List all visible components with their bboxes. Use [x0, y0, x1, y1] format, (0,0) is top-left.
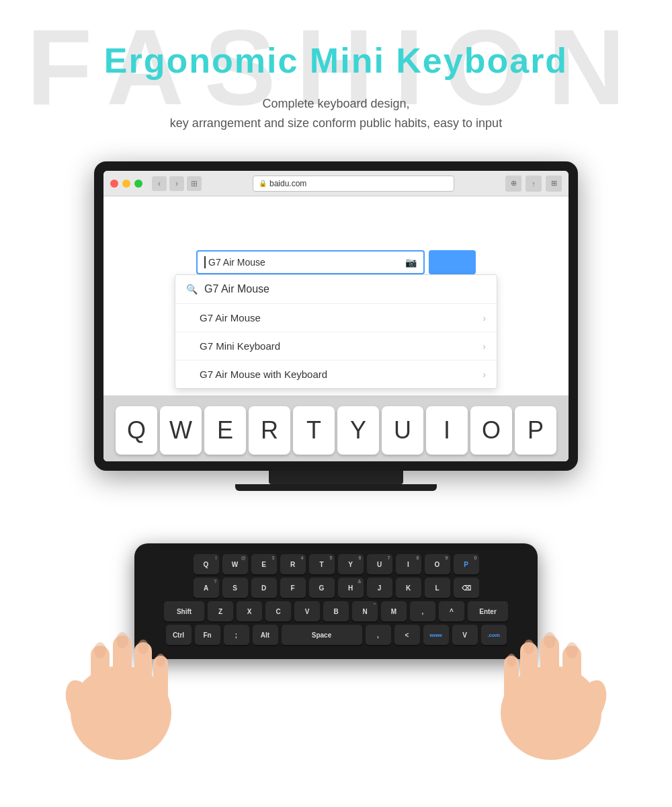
- key-p[interactable]: P0: [454, 554, 479, 574]
- browser-action-2[interactable]: ↑: [526, 176, 542, 192]
- key-backspace[interactable]: ⌫: [454, 578, 479, 598]
- key-k[interactable]: K: [396, 578, 421, 598]
- text-cursor: [204, 256, 206, 268]
- qwerty-q: Q: [116, 406, 157, 455]
- qwerty-u: U: [382, 406, 423, 455]
- back-button[interactable]: ‹: [152, 176, 167, 191]
- address-bar-container: 🔒 baidu.com: [206, 176, 501, 192]
- search-input-text: G7 Air Mouse: [208, 257, 265, 268]
- key-g[interactable]: G: [309, 578, 335, 598]
- traffic-light-green: [134, 180, 142, 188]
- key-u[interactable]: U7: [367, 554, 392, 574]
- subtitle-line1: Complete keyboard design,: [262, 97, 409, 110]
- svg-point-18: [523, 640, 534, 654]
- svg-point-17: [544, 632, 556, 648]
- svg-point-16: [566, 642, 578, 658]
- key-n[interactable]: N": [352, 601, 378, 621]
- key-j[interactable]: J: [367, 578, 392, 598]
- autocomplete-item-label-3: G7 Air Mouse with Keyboard: [200, 369, 327, 380]
- key-v2[interactable]: V: [452, 625, 478, 645]
- key-i[interactable]: I8: [396, 554, 421, 574]
- key-m[interactable]: M: [381, 601, 407, 621]
- svg-point-19: [507, 654, 516, 667]
- key-d[interactable]: D: [251, 578, 277, 598]
- key-o[interactable]: O9: [425, 554, 450, 574]
- key-space[interactable]: Space: [282, 625, 362, 645]
- browser-action-1[interactable]: ⊕: [505, 176, 521, 192]
- browser-content: G7 Air Mouse 📷 🔍 G7 Air Mouse G7 Air Mou…: [103, 196, 569, 461]
- main-title: Ergonomic Mini Keyboard: [0, 40, 672, 81]
- monitor-screen: ‹ › ⊞ 🔒 baidu.com ⊕ ↑ ⊞: [103, 171, 569, 461]
- search-bar-wrapper: G7 Air Mouse 📷: [196, 250, 476, 274]
- traffic-light-yellow: [122, 180, 130, 188]
- key-w[interactable]: W@: [222, 554, 248, 574]
- key-x[interactable]: X: [237, 601, 262, 621]
- key-www[interactable]: www: [423, 625, 449, 645]
- svg-point-6: [94, 642, 106, 658]
- key-f[interactable]: F: [280, 578, 306, 598]
- search-icon-ac: 🔍: [186, 284, 198, 295]
- svg-point-9: [156, 654, 165, 667]
- qwerty-t: T: [293, 406, 335, 455]
- key-comma[interactable]: ,: [410, 601, 435, 621]
- chevron-right-1: ›: [482, 313, 486, 323]
- key-h[interactable]: H&: [338, 578, 364, 598]
- autocomplete-item-label-1: G7 Air Mouse: [200, 312, 261, 323]
- kbd-row-4: Ctrl Fn ; Alt Space , < www V .com: [148, 625, 524, 645]
- key-z[interactable]: Z: [208, 601, 233, 621]
- view-button[interactable]: ⊞: [187, 176, 202, 191]
- subtitle: Complete keyboard design, key arrangemen…: [0, 94, 672, 133]
- key-caret[interactable]: ^: [439, 601, 464, 621]
- autocomplete-dropdown: 🔍 G7 Air Mouse G7 Air Mouse › G7 Mini Ke…: [175, 274, 497, 389]
- camera-icon: 📷: [405, 257, 417, 268]
- key-semicolon[interactable]: ;: [224, 625, 249, 645]
- autocomplete-search-text: G7 Air Mouse: [204, 283, 269, 295]
- address-bar[interactable]: 🔒 baidu.com: [253, 176, 454, 192]
- svg-point-7: [116, 632, 128, 648]
- forward-button[interactable]: ›: [169, 176, 184, 191]
- lock-icon: 🔒: [259, 180, 267, 187]
- key-b[interactable]: B: [323, 601, 349, 621]
- key-s[interactable]: S: [222, 578, 248, 598]
- autocomplete-item-1[interactable]: G7 Air Mouse ›: [175, 304, 497, 332]
- monitor: ‹ › ⊞ 🔒 baidu.com ⊕ ↑ ⊞: [94, 161, 578, 471]
- keyboard-device: Q! W@ E3 R4 T5 Y6 U7 I8 O9 P0 A? S D F G…: [134, 543, 538, 659]
- svg-point-8: [138, 640, 149, 654]
- key-t[interactable]: T5: [309, 554, 335, 574]
- autocomplete-item-3[interactable]: G7 Air Mouse with Keyboard ›: [175, 360, 497, 388]
- qwerty-w: W: [160, 406, 202, 455]
- key-l[interactable]: L: [425, 578, 450, 598]
- key-alt[interactable]: Alt: [253, 625, 278, 645]
- autocomplete-item-label-2: G7 Mini Keyboard: [200, 340, 280, 352]
- browser-actions: ⊕ ↑ ⊞: [505, 176, 562, 192]
- kbd-row-1: Q! W@ E3 R4 T5 Y6 U7 I8 O9 P0: [148, 554, 524, 574]
- key-v[interactable]: V: [294, 601, 320, 621]
- key-fn[interactable]: Fn: [195, 625, 220, 645]
- browser-action-3[interactable]: ⊞: [546, 176, 562, 192]
- monitor-container: ‹ › ⊞ 🔒 baidu.com ⊕ ↑ ⊞: [94, 161, 578, 491]
- chevron-right-3: ›: [482, 369, 486, 380]
- qwerty-p: P: [515, 406, 556, 455]
- qwerty-i: I: [426, 406, 468, 455]
- key-e[interactable]: E3: [251, 554, 277, 574]
- kbd-row-2: A? S D F G H& J K L ⌫: [148, 578, 524, 598]
- key-c[interactable]: C: [265, 601, 291, 621]
- monitor-base: [235, 484, 437, 491]
- autocomplete-item-2[interactable]: G7 Mini Keyboard ›: [175, 332, 497, 360]
- search-button[interactable]: [429, 250, 476, 274]
- kbd-row-3: Shift Z X C V B N" M , ^ Enter: [148, 601, 524, 621]
- browser-nav: ‹ › ⊞: [152, 176, 202, 191]
- key-lt[interactable]: <: [394, 625, 420, 645]
- key-period[interactable]: ,: [366, 625, 391, 645]
- key-q[interactable]: Q!: [194, 554, 219, 574]
- header-section: Ergonomic Mini Keyboard Complete keyboar…: [0, 0, 672, 133]
- subtitle-line2: key arrangement and size conform public …: [170, 116, 502, 130]
- monitor-stand: [269, 471, 403, 484]
- key-r[interactable]: R4: [280, 554, 306, 574]
- key-y[interactable]: Y6: [338, 554, 364, 574]
- qwerty-o: O: [470, 406, 512, 455]
- search-input-browser[interactable]: G7 Air Mouse 📷: [196, 250, 425, 274]
- chevron-right-2: ›: [482, 341, 486, 352]
- autocomplete-search-row: 🔍 G7 Air Mouse: [175, 275, 497, 304]
- key-a[interactable]: A?: [194, 578, 219, 598]
